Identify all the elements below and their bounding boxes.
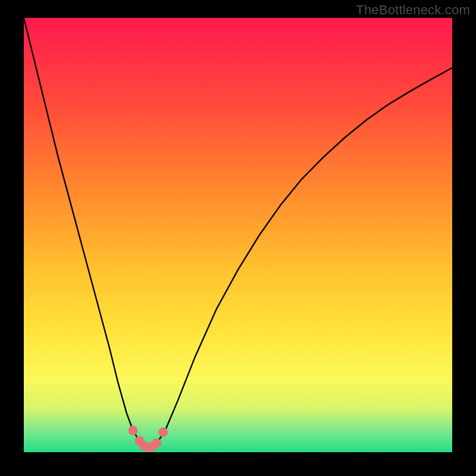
- gradient-background: [24, 18, 452, 452]
- fit-dot: [152, 439, 161, 448]
- watermark-text: TheBottleneck.com: [356, 2, 470, 18]
- bottleneck-chart: [24, 18, 452, 452]
- fit-dot: [129, 426, 138, 436]
- fit-dot: [158, 427, 168, 437]
- chart-frame: TheBottleneck.com: [0, 0, 476, 476]
